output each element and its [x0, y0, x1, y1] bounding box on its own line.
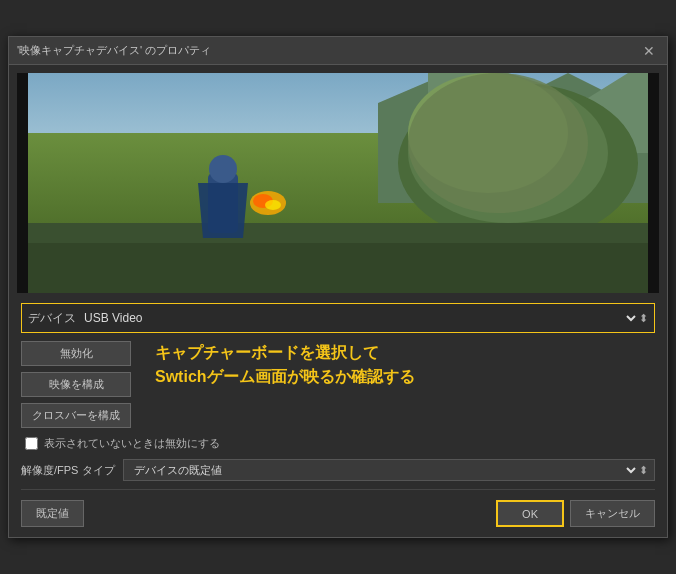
cancel-button[interactable]: キャンセル [570, 500, 655, 527]
preview-canvas [17, 73, 659, 293]
disable-button[interactable]: 無効化 [21, 341, 131, 366]
annotation-line2: Swtichゲーム画面が映るか確認する [155, 365, 655, 389]
configure-crossbar-button[interactable]: クロスバーを構成 [21, 403, 131, 428]
svg-point-10 [209, 155, 237, 183]
window-title: '映像キャプチャデバイス' のプロパティ [17, 43, 639, 58]
ok-cancel-buttons: OK キャンセル [496, 500, 655, 527]
svg-point-14 [265, 200, 281, 210]
fps-select[interactable]: デバイスの既定値 [130, 463, 639, 477]
svg-point-7 [408, 73, 588, 213]
annotation-line1: キャプチャーボードを選択して [155, 341, 655, 365]
ok-button[interactable]: OK [496, 500, 564, 527]
checkbox-label: 表示されていないときは無効にする [44, 436, 220, 451]
disable-when-hidden-checkbox[interactable] [25, 437, 38, 450]
fps-label: 解像度/FPS タイプ [21, 463, 115, 478]
configure-video-button[interactable]: 映像を構成 [21, 372, 131, 397]
buttons-annotation-row: 無効化 映像を構成 クロスバーを構成 キャプチャーボードを選択して Swtich… [21, 341, 655, 428]
default-button[interactable]: 既定値 [21, 500, 84, 527]
close-button[interactable]: ✕ [639, 41, 659, 61]
device-label: デバイス [28, 310, 76, 327]
fps-select-wrapper: デバイスの既定値 ⬍ [123, 459, 655, 481]
bottom-row: 既定値 OK キャンセル [21, 496, 655, 529]
device-row: デバイス USB Video ⬍ [21, 303, 655, 333]
titlebar: '映像キャプチャデバイス' のプロパティ ✕ [9, 37, 667, 65]
properties-window: '映像キャプチャデバイス' のプロパティ ✕ [8, 36, 668, 538]
separator [21, 489, 655, 490]
fps-arrow: ⬍ [639, 464, 648, 477]
svg-rect-15 [28, 243, 648, 293]
device-select[interactable]: USB Video [76, 308, 639, 328]
video-preview [17, 73, 659, 293]
properties-content: デバイス USB Video ⬍ 無効化 映像を構成 クロスバーを構成 キャプチ… [9, 299, 667, 537]
device-arrow: ⬍ [639, 312, 648, 325]
left-buttons: 無効化 映像を構成 クロスバーを構成 [21, 341, 131, 428]
svg-marker-11 [198, 183, 248, 238]
fps-row: 解像度/FPS タイプ デバイスの既定値 ⬍ [21, 459, 655, 481]
annotation-area: キャプチャーボードを選択して Swtichゲーム画面が映るか確認する [139, 341, 655, 389]
checkbox-row: 表示されていないときは無効にする [25, 436, 655, 451]
